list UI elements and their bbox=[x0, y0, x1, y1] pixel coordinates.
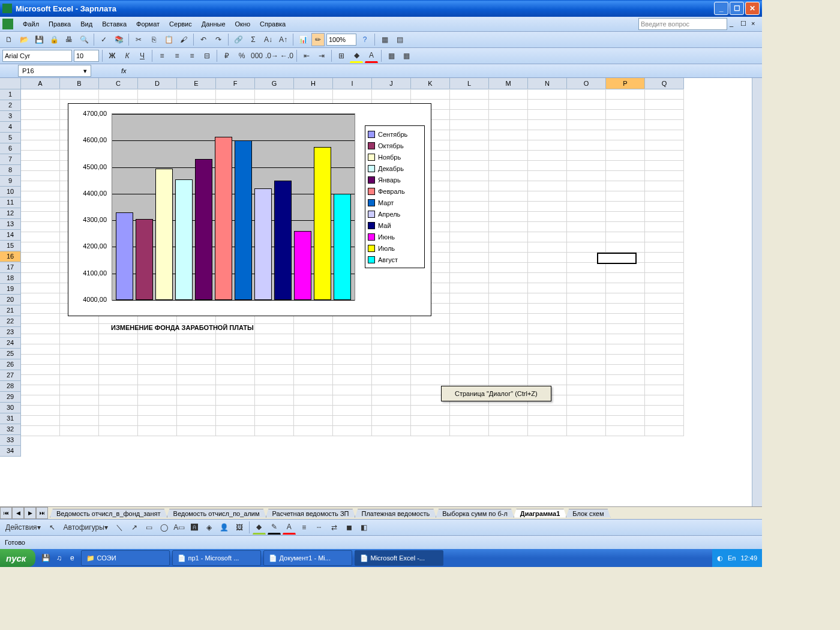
cell[interactable] bbox=[606, 313, 645, 324]
cell[interactable] bbox=[489, 323, 528, 334]
row-header-27[interactable]: 27 bbox=[0, 370, 21, 381]
system-tray[interactable]: ◐ En 12:49 bbox=[712, 549, 762, 567]
cell[interactable] bbox=[528, 242, 567, 253]
cell[interactable] bbox=[645, 272, 684, 283]
row-header-2[interactable]: 2 bbox=[0, 100, 21, 111]
row-header-4[interactable]: 4 bbox=[0, 122, 21, 133]
cell[interactable] bbox=[177, 395, 216, 406]
cell[interactable] bbox=[606, 262, 645, 273]
cell[interactable] bbox=[411, 323, 450, 334]
cell[interactable] bbox=[645, 415, 684, 426]
row-header-3[interactable]: 3 bbox=[0, 111, 21, 122]
cell[interactable] bbox=[450, 140, 489, 151]
row-header-10[interactable]: 10 bbox=[0, 187, 21, 197]
cell[interactable] bbox=[450, 160, 489, 171]
row-header-30[interactable]: 30 bbox=[0, 403, 21, 413]
bar-Июль[interactable] bbox=[314, 147, 331, 300]
cell[interactable] bbox=[450, 374, 489, 385]
cell[interactable] bbox=[60, 385, 99, 395]
cell[interactable] bbox=[606, 160, 645, 171]
font-size-box[interactable] bbox=[74, 50, 99, 62]
cell[interactable] bbox=[567, 313, 606, 324]
cell[interactable] bbox=[138, 415, 177, 426]
select-objects-icon[interactable]: ↖ bbox=[46, 521, 59, 534]
cell[interactable] bbox=[60, 354, 99, 365]
cell[interactable] bbox=[450, 201, 489, 212]
cell[interactable] bbox=[372, 385, 411, 395]
cell[interactable] bbox=[645, 201, 684, 212]
font-name-box[interactable] bbox=[2, 50, 72, 62]
cell[interactable] bbox=[177, 385, 216, 395]
cell[interactable] bbox=[450, 242, 489, 253]
cell[interactable] bbox=[294, 364, 333, 375]
cell[interactable] bbox=[372, 344, 411, 355]
cell[interactable] bbox=[21, 140, 60, 151]
cell[interactable] bbox=[489, 170, 528, 181]
cell[interactable] bbox=[21, 252, 60, 263]
cell[interactable] bbox=[411, 334, 450, 344]
cell[interactable] bbox=[60, 334, 99, 344]
cell[interactable] bbox=[21, 242, 60, 253]
legend-item[interactable]: Август bbox=[368, 254, 422, 265]
col-header-K[interactable]: K bbox=[411, 78, 450, 89]
cell[interactable] bbox=[177, 344, 216, 355]
row-header-9[interactable]: 9 bbox=[0, 176, 21, 187]
cell[interactable] bbox=[567, 232, 606, 242]
undo-icon[interactable]: ↶ bbox=[197, 33, 210, 46]
help-icon[interactable]: ? bbox=[358, 33, 371, 46]
shadow-icon[interactable]: ◼ bbox=[343, 521, 356, 534]
doc-close-button[interactable]: × bbox=[751, 20, 760, 28]
cell[interactable] bbox=[489, 374, 528, 385]
cell[interactable] bbox=[645, 191, 684, 202]
cell[interactable] bbox=[606, 385, 645, 395]
bar-Июнь[interactable] bbox=[294, 231, 311, 300]
cell[interactable] bbox=[21, 385, 60, 395]
cell[interactable] bbox=[294, 425, 333, 436]
cell[interactable] bbox=[21, 344, 60, 355]
cell[interactable] bbox=[372, 364, 411, 375]
col-header-Q[interactable]: Q bbox=[645, 78, 684, 89]
tray-apps-icon[interactable]: ◐ bbox=[717, 554, 723, 562]
cell[interactable] bbox=[216, 354, 255, 365]
cell[interactable] bbox=[645, 150, 684, 161]
cell[interactable] bbox=[294, 323, 333, 334]
sheet-tab[interactable]: Ведомость отчисл_по_алим bbox=[167, 509, 266, 518]
cell[interactable] bbox=[645, 405, 684, 416]
cell[interactable] bbox=[450, 181, 489, 191]
cell[interactable] bbox=[645, 160, 684, 171]
line-style-icon[interactable]: ≡ bbox=[298, 521, 311, 534]
cell[interactable] bbox=[528, 232, 567, 242]
cell[interactable] bbox=[450, 232, 489, 242]
cell[interactable] bbox=[450, 119, 489, 130]
select-all-corner[interactable] bbox=[0, 78, 21, 89]
cell[interactable] bbox=[567, 130, 606, 140]
cell[interactable] bbox=[489, 272, 528, 283]
cell[interactable] bbox=[645, 364, 684, 375]
cell[interactable] bbox=[177, 334, 216, 344]
cell[interactable] bbox=[21, 89, 60, 100]
cell[interactable] bbox=[372, 415, 411, 426]
italic-icon[interactable]: К bbox=[121, 49, 134, 62]
cell[interactable] bbox=[567, 170, 606, 181]
font-color-draw-icon[interactable]: A bbox=[283, 520, 296, 535]
cell[interactable] bbox=[21, 374, 60, 385]
cell[interactable] bbox=[567, 119, 606, 130]
cell[interactable] bbox=[489, 221, 528, 232]
cell[interactable] bbox=[255, 374, 294, 385]
redo-icon[interactable]: ↷ bbox=[212, 33, 225, 46]
cell[interactable] bbox=[99, 354, 138, 365]
maximize-button[interactable]: ☐ bbox=[730, 2, 744, 15]
cell[interactable] bbox=[411, 374, 450, 385]
cell[interactable] bbox=[372, 334, 411, 344]
cell[interactable] bbox=[645, 89, 684, 100]
cell[interactable] bbox=[489, 283, 528, 293]
cell[interactable] bbox=[21, 160, 60, 171]
cell[interactable] bbox=[255, 415, 294, 426]
cell[interactable] bbox=[528, 415, 567, 426]
cell[interactable] bbox=[411, 89, 450, 100]
comma-icon[interactable]: 000 bbox=[250, 49, 263, 62]
cell[interactable] bbox=[411, 344, 450, 355]
cell[interactable] bbox=[60, 364, 99, 375]
cell[interactable] bbox=[60, 374, 99, 385]
paste-icon[interactable]: 📋 bbox=[162, 33, 175, 46]
